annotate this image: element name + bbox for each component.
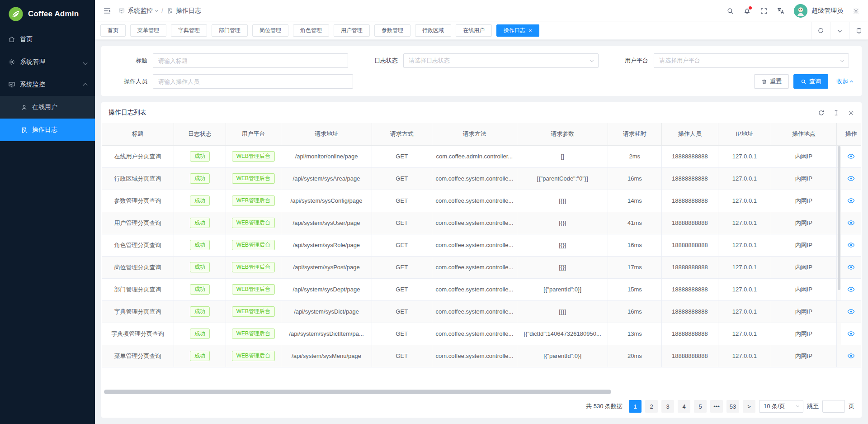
table-row: 字典项管理分页查询成功WEB管理后台/api/system/sysDictIte… <box>102 323 861 345</box>
translate-icon[interactable] <box>777 7 785 15</box>
jump-page-input[interactable] <box>822 400 845 413</box>
page-button[interactable]: 3 <box>661 400 674 413</box>
log-icon <box>167 8 173 14</box>
cell-url: /api/system/sysPost/page <box>281 256 372 278</box>
title-input[interactable] <box>153 53 348 68</box>
tab-item[interactable]: 行政区域 <box>415 24 451 37</box>
search-button[interactable]: 查询 <box>793 74 828 89</box>
sidebar-item-online-users[interactable]: 在线用户 <box>0 96 95 119</box>
view-detail-eye-icon[interactable] <box>847 152 855 160</box>
sidebar-item-home[interactable]: 首页 <box>0 28 95 51</box>
view-detail-eye-icon[interactable] <box>847 197 855 205</box>
tab-item[interactable]: 用户管理 <box>334 24 370 37</box>
column-header: 请求地址 <box>281 123 372 145</box>
cell-action <box>841 323 861 345</box>
settings-gear-icon[interactable] <box>852 7 860 15</box>
cell-action <box>841 167 861 190</box>
cell-operator: 18888888888 <box>661 323 718 345</box>
tab-close-icon[interactable]: × <box>528 28 532 33</box>
tab-item[interactable]: 首页 <box>100 24 126 37</box>
view-detail-eye-icon[interactable] <box>847 219 855 227</box>
platform-badge: WEB管理后台 <box>232 262 275 273</box>
tab-label: 字典管理 <box>178 27 200 34</box>
refresh-icon[interactable] <box>818 110 825 116</box>
page-button[interactable]: 4 <box>678 400 690 413</box>
operator-field-label: 操作人员 <box>108 77 147 86</box>
tab-item[interactable]: 角色管理 <box>293 24 329 37</box>
cell-status: 成功 <box>174 234 226 256</box>
cell-handler: com.coffee.system.controlle... <box>432 300 517 323</box>
notification-bell-icon[interactable] <box>743 7 751 15</box>
view-detail-eye-icon[interactable] <box>847 330 855 338</box>
tab-item[interactable]: 菜单管理 <box>130 24 166 37</box>
cell-operator: 18888888888 <box>661 167 718 190</box>
app-logo[interactable]: Coffee Admin <box>0 0 95 28</box>
view-detail-eye-icon[interactable] <box>847 263 855 271</box>
cell-ip: 127.0.0.1 <box>718 278 771 300</box>
page-size-select[interactable]: 10 条/页 <box>759 400 803 413</box>
column-header: 请求方法 <box>432 123 517 145</box>
cell-operator: 18888888888 <box>661 300 718 323</box>
tab-item[interactable]: 岗位管理 <box>252 24 288 37</box>
breadcrumb-section[interactable]: 系统监控 <box>118 7 158 15</box>
platform-badge: WEB管理后台 <box>232 306 275 317</box>
page-ellipsis[interactable]: ••• <box>710 400 723 413</box>
sidebar-item-system-management[interactable]: 系统管理 <box>0 51 95 73</box>
sidebar-item-operation-log[interactable]: 操作日志 <box>0 119 95 141</box>
cell-status: 成功 <box>174 300 226 323</box>
page-button[interactable]: 2 <box>645 400 658 413</box>
collapse-toggle[interactable]: 收起 <box>836 77 853 86</box>
tab-item[interactable]: 部门管理 <box>212 24 248 37</box>
tab-item[interactable]: 参数管理 <box>374 24 410 37</box>
search-icon[interactable] <box>726 7 734 15</box>
cell-ip: 127.0.0.1 <box>718 345 771 367</box>
table-header-row: 标题日志状态用户平台请求地址请求方式请求方法请求参数请求耗时操作人员IP地址操作… <box>102 123 861 145</box>
cell-location: 内网IP <box>771 323 837 345</box>
vertical-scrollbar[interactable] <box>838 146 840 290</box>
sidebar-item-system-monitor[interactable]: 系统监控 <box>0 73 95 96</box>
menu-fold-icon[interactable] <box>103 7 111 15</box>
cell-params: [{"parentId":0}] <box>517 345 608 367</box>
row-density-icon[interactable] <box>833 110 840 116</box>
page-button[interactable]: 1 <box>629 400 642 413</box>
refresh-icon[interactable] <box>811 22 830 39</box>
view-detail-eye-icon[interactable] <box>847 286 855 293</box>
cell-handler: com.coffee.admin.controller... <box>432 145 517 167</box>
platform-select[interactable]: 请选择用户平台 <box>654 53 849 68</box>
status-field-label: 日志状态 <box>359 57 398 65</box>
cell-method: GET <box>372 234 432 256</box>
table-tools <box>818 110 854 116</box>
tab-item[interactable]: 在线用户 <box>456 24 492 37</box>
breadcrumb-separator: / <box>161 7 163 14</box>
breadcrumb-current: 操作日志 <box>167 7 201 15</box>
status-badge: 成功 <box>190 240 210 251</box>
sidebar-item-label: 操作日志 <box>32 126 57 134</box>
operator-input[interactable] <box>153 74 353 89</box>
column-settings-gear-icon[interactable] <box>848 110 854 116</box>
view-detail-eye-icon[interactable] <box>847 175 855 182</box>
platform-badge: WEB管理后台 <box>232 284 275 295</box>
maximize-icon[interactable] <box>849 22 868 39</box>
page-button[interactable]: 5 <box>694 400 707 413</box>
cell-duration: 15ms <box>608 278 661 300</box>
view-detail-eye-icon[interactable] <box>847 241 855 249</box>
cell-ip: 127.0.0.1 <box>718 323 771 345</box>
cell-operator: 18888888888 <box>661 190 718 212</box>
tab-menu-chevron-icon[interactable] <box>830 22 849 39</box>
log-list-panel: 操作日志列表 标题日志状态 <box>101 102 862 418</box>
next-page-button[interactable]: > <box>743 400 755 413</box>
tab-item[interactable]: 字典管理 <box>171 24 207 37</box>
cell-operator: 18888888888 <box>661 234 718 256</box>
view-detail-eye-icon[interactable] <box>847 308 855 315</box>
user-menu[interactable]: 超级管理员 <box>794 4 843 18</box>
page-button[interactable]: 53 <box>726 400 739 413</box>
sidebar: Coffee Admin 首页 系统管理 系统监控 <box>0 0 95 424</box>
tab-item[interactable]: 操作日志× <box>496 24 539 37</box>
status-select[interactable]: 请选择日志状态 <box>403 53 599 68</box>
cell-action <box>841 212 861 234</box>
horizontal-scrollbar[interactable] <box>104 390 611 394</box>
view-detail-eye-icon[interactable] <box>847 352 855 360</box>
fullscreen-icon[interactable] <box>760 7 768 15</box>
notification-dot <box>749 6 752 10</box>
reset-button[interactable]: 重置 <box>754 74 789 89</box>
